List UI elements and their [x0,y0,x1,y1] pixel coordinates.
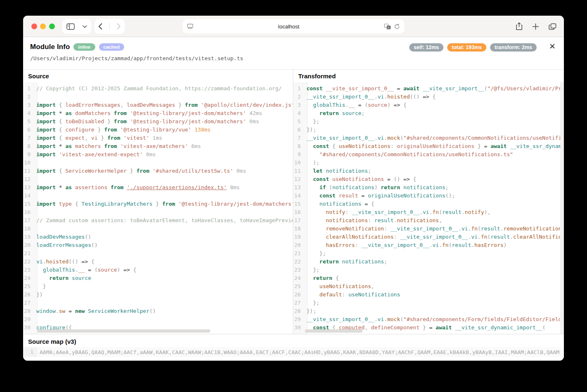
code-line: 22 return notifications; [293,258,564,266]
browser-window: localhost x [23,16,564,361]
source-horizontal-scrollbar[interactable] [37,329,210,333]
code-line: 13 if (notifications) return notificatio… [293,183,564,192]
page-icon [187,23,193,29]
module-info-header: Module Info inline cached self: 12ms tot… [23,38,564,69]
sidebar-icon[interactable] [66,23,75,30]
code-line: 6import { configure } from '@testing-lib… [23,126,293,134]
code-line: 7__vite_ssr_import_0__.vi.mock("#shared/… [293,134,564,142]
code-line: 11import { ServiceWorkerHelper } from '#… [23,167,293,175]
code-line: 28}); [293,307,564,315]
tab-overview-icon[interactable] [549,23,556,30]
nav-divider [109,23,110,30]
browser-toolbar: localhost x [23,16,564,37]
code-line: 14 [23,192,293,200]
code-line: 10 [23,159,293,167]
code-line: 20loadErrorMessages() [23,241,293,249]
code-line: 11 let notifications; [293,167,564,175]
chevron-down-icon[interactable] [83,25,87,28]
translate-icon[interactable]: x [384,23,391,30]
url-text: localhost [193,23,384,30]
sourcemap-mappings: AAMA;AAeA,yBAAG,QAAQ,MAAM;AACf,aAAW,KAAK… [37,349,564,355]
code-line: 26}) [23,291,293,299]
reload-icon[interactable] [394,23,400,30]
code-line: 6}); [293,126,564,134]
sourcemap-section: Source map (v3) 1 AAMA;AAeA,yBAAG,QAAQ,M… [23,334,564,361]
code-line: 20 hasErrors: __vite_ssr_import_0__.vi.f… [293,241,564,249]
sidebar-toggle-group [62,19,91,34]
module-file-path: /Users/vladimir/Projects/zammad/app/fron… [30,55,243,61]
code-line: 23 globalThis.__ = (source) => { [23,266,293,274]
code-line: 2__vite_ssr_import_0__.vi.hoisted(() => … [293,93,564,101]
code-line: 19 clearAllNotifications: __vite_ssr_imp… [293,233,564,241]
code-line: 25 } [23,282,293,291]
code-line: 18 [23,225,293,233]
code-line: 24 return source [23,274,293,282]
code-line: 12 [23,175,293,183]
code-line: 18 removeNotification: __vite_ssr_import… [293,225,564,233]
code-line: 15import type { TestingLibraryMatchers }… [23,200,293,208]
address-bar[interactable]: localhost x [183,19,404,33]
self-time-badge: self: 12ms [409,43,443,52]
code-line: 12 const useNotifications = () => { [293,175,564,183]
inline-badge: inline [73,43,95,51]
transformed-pane: Transformed 1const __vite_ssr_import_0__… [293,70,564,334]
code-line: 1// Copyright (C) 2012-2025 Zammad Found… [23,85,293,93]
minimize-window-button[interactable] [40,23,46,29]
code-line: 27 [23,299,293,307]
new-tab-icon[interactable] [532,23,539,30]
code-line: 3import { loadErrorMessages, loadDevMess… [23,101,293,109]
code-line: 16 [23,208,293,216]
source-code-view[interactable]: 1// Copyright (C) 2012-2025 Zammad Found… [23,82,293,334]
transform-time-badge: transform: 2ms [490,43,537,52]
code-line: 14 const result = originalUseNotificatio… [293,192,564,200]
code-line: 5import { toBeDisabled } from '@testing-… [23,117,293,126]
code-line: 2 [23,93,293,101]
code-line: 8 const { useNotifications: originalUseN… [293,142,564,150]
transformed-horizontal-scrollbar[interactable] [305,329,363,333]
zoom-window-button[interactable] [49,23,55,29]
source-pane-title: Source [23,70,293,82]
code-line: 21 [23,249,293,258]
code-line: 13import * as assertions from './support… [23,183,293,192]
code-line: 19loadDevMessages() [23,233,293,241]
svg-text:x: x [388,26,389,29]
cached-badge: cached [99,43,125,51]
source-pane: Source 1// Copyright (C) 2012-2025 Zamma… [23,70,293,334]
code-line: 17 notifications: result.notifications, [293,216,564,225]
code-line: 15 notifications = { [293,200,564,208]
code-line: 3 globalThis.__ = (source) => { [293,101,564,109]
code-line: 5 }; [293,117,564,126]
code-line: 9import 'vitest-axe/extend-expect' 0ms [23,150,293,159]
timing-stats: self: 12ms total: 193ms transform: 2ms [409,43,537,52]
close-icon[interactable]: ✕ [547,41,557,51]
share-icon[interactable] [516,22,523,31]
sourcemap-line: 1 AAMA;AAeA,yBAAG,QAAQ,MAAM;AACf,aAAW,KA… [23,347,564,357]
page-title: Module Info [30,43,70,51]
total-time-badge: total: 193ms [447,43,486,52]
code-line: 10 ); [293,159,564,167]
code-line: 21 }; [293,249,564,258]
code-line: 16 notify: __vite_ssr_import_0__.vi.fn(r… [293,208,564,216]
close-window-button[interactable] [31,23,37,29]
code-line: 22vi.hoisted(() => { [23,258,293,266]
code-line: 24 return { [293,274,564,282]
code-line: 9 "#shared/components/CommonNotification… [293,150,564,159]
sourcemap-line-number: 1 [23,347,37,357]
back-button[interactable] [98,23,102,30]
code-line: 29 [23,315,293,324]
code-line: 27 }; [293,299,564,307]
code-line: 29__vite_ssr_import_0__.vi.mock("#shared… [293,315,564,324]
code-line: 28window.sw = new ServiceWorkerHelper() [23,307,293,315]
code-line: 8import * as matchers from 'vitest-axe/m… [23,142,293,150]
forward-button[interactable] [117,23,121,30]
transformed-vertical-scrollbar[interactable] [560,82,564,334]
code-line: 25 useNotifications, [293,282,564,291]
transformed-pane-title: Transformed [293,70,564,82]
code-line: 4 return source; [293,109,564,117]
transformed-code-view[interactable]: 1const __vite_ssr_import_0__ = await __v… [293,82,564,334]
code-line: 4import * as domMatchers from '@testing-… [23,109,293,117]
code-line: 26 default: useNotifications [293,291,564,299]
code-panes: Source 1// Copyright (C) 2012-2025 Zamma… [23,69,564,334]
sourcemap-title: Source map (v3) [23,334,564,347]
code-line: 7import { expect, vi } from 'vitest' 1ms [23,134,293,142]
